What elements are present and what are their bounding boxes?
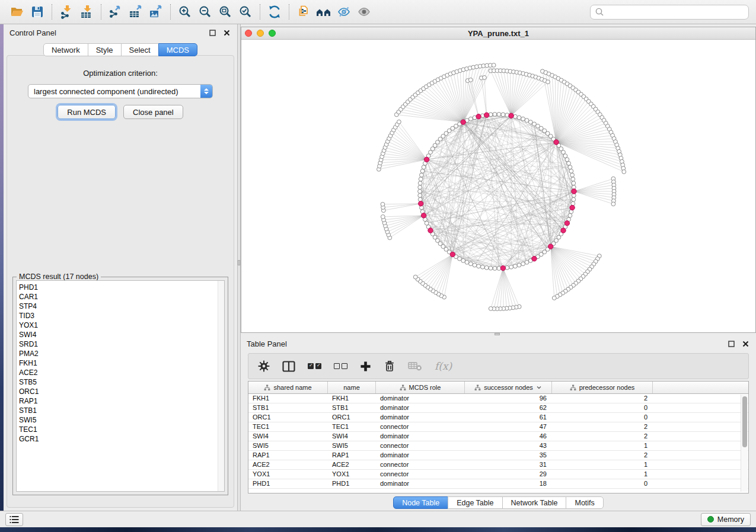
mcds-result-item[interactable]: TID3 <box>17 311 224 321</box>
table-cell[interactable]: 0 <box>552 479 653 488</box>
mcds-result-item[interactable]: GCR1 <box>17 434 224 444</box>
network-node[interactable] <box>525 118 529 123</box>
table-options-button[interactable] <box>258 360 270 372</box>
table-row[interactable]: ORC1ORC1dominator610 <box>248 413 748 422</box>
table-cell[interactable]: 0 <box>552 413 653 422</box>
network-node[interactable] <box>501 113 505 117</box>
table-scrollbar[interactable] <box>741 395 748 492</box>
table-cell[interactable]: ORC1 <box>328 413 376 422</box>
table-cell[interactable]: SWI5 <box>248 441 328 450</box>
table-cell[interactable]: SWI5 <box>328 441 376 450</box>
table-cell[interactable]: connector <box>376 460 465 469</box>
table-cell[interactable]: STB1 <box>248 403 328 412</box>
table-cell[interactable]: dominator <box>376 394 465 403</box>
table-cell[interactable]: SWI4 <box>328 432 376 441</box>
network-node[interactable] <box>477 264 481 268</box>
network-node[interactable] <box>465 260 469 264</box>
mcds-result-item[interactable]: SRD1 <box>17 339 224 349</box>
export-table-button[interactable] <box>126 2 146 21</box>
mcds-result-item[interactable]: RAP1 <box>17 396 224 406</box>
close-table-panel-button[interactable] <box>741 339 750 348</box>
column-header-successor-nodes[interactable]: successor nodes <box>465 382 552 393</box>
table-cell[interactable]: ACE2 <box>248 460 328 469</box>
network-node[interactable] <box>513 264 518 268</box>
table-row[interactable]: PHD1PHD1dominator180 <box>248 479 748 489</box>
table-row[interactable]: RAP1RAP1dominator352 <box>248 451 748 460</box>
network-node[interactable] <box>493 267 497 271</box>
network-node[interactable] <box>509 265 513 269</box>
mcds-node[interactable] <box>461 120 465 124</box>
table-cell[interactable]: 1 <box>552 441 653 450</box>
export-image-button[interactable] <box>146 2 166 21</box>
network-node[interactable] <box>570 173 575 177</box>
table-cell[interactable]: STB1 <box>328 403 376 412</box>
network-node[interactable] <box>420 173 424 177</box>
tab-mcds[interactable]: MCDS <box>158 43 197 56</box>
add-column-button[interactable] <box>360 361 371 372</box>
network-node[interactable] <box>413 275 417 279</box>
network-node[interactable] <box>461 259 465 263</box>
export-network-button[interactable] <box>106 2 126 21</box>
table-cell[interactable]: 2 <box>552 394 653 403</box>
network-node[interactable] <box>528 120 532 124</box>
network-node[interactable] <box>611 202 615 206</box>
network-node[interactable] <box>489 266 493 270</box>
table-row[interactable]: FKH1FKH1dominator962 <box>248 394 748 403</box>
mcds-result-item[interactable]: ACE2 <box>17 368 224 377</box>
clone-network-button[interactable] <box>294 2 314 21</box>
mcds-node[interactable] <box>564 221 569 226</box>
table-row[interactable]: STB1STB1dominator620 <box>248 403 748 413</box>
mcds-result-item[interactable]: TEC1 <box>17 425 224 434</box>
network-node[interactable] <box>492 63 496 68</box>
network-node[interactable] <box>483 76 487 80</box>
mcds-result-item[interactable]: SWI4 <box>17 330 224 339</box>
network-node[interactable] <box>552 296 556 300</box>
import-table-button[interactable] <box>76 2 97 21</box>
tab-style[interactable]: Style <box>88 43 122 56</box>
delete-column-button[interactable] <box>384 360 395 372</box>
table-cell[interactable]: 47 <box>465 422 552 431</box>
table-cell[interactable]: 0 <box>552 403 653 412</box>
network-node[interactable] <box>568 165 572 169</box>
mcds-node[interactable] <box>548 244 553 249</box>
table-cell[interactable]: ORC1 <box>248 413 328 422</box>
network-node[interactable] <box>572 181 576 185</box>
mcds-node[interactable] <box>484 113 489 117</box>
table-cell[interactable]: RAP1 <box>328 451 376 460</box>
table-cell[interactable]: 1 <box>552 470 653 479</box>
network-node[interactable] <box>567 161 571 165</box>
network-node[interactable] <box>418 194 422 198</box>
table-row[interactable]: SWI4SWI4dominator462 <box>248 432 748 441</box>
table-cell[interactable]: TEC1 <box>248 422 328 431</box>
network-node[interactable] <box>418 190 422 194</box>
column-header-predecessor-nodes[interactable]: predecessor nodes <box>552 382 653 393</box>
network-node[interactable] <box>517 263 521 267</box>
table-cell[interactable]: 18 <box>465 479 552 488</box>
tab-motifs[interactable]: Motifs <box>566 496 603 509</box>
network-node[interactable] <box>420 169 425 173</box>
table-row[interactable]: SWI5SWI5connector431 <box>248 441 748 451</box>
refresh-view-button[interactable] <box>264 2 285 21</box>
table-cell[interactable]: ACE2 <box>328 460 376 469</box>
network-node[interactable] <box>381 215 385 219</box>
table-cell[interactable]: SWI4 <box>248 432 328 441</box>
hide-selected-button[interactable] <box>334 2 354 21</box>
network-node[interactable] <box>571 177 575 181</box>
network-node[interactable] <box>525 260 529 264</box>
zoom-out-button[interactable] <box>195 2 215 21</box>
mcds-node[interactable] <box>570 205 575 210</box>
network-node[interactable] <box>521 262 525 266</box>
mcds-result-item[interactable]: SWI5 <box>17 415 224 425</box>
table-cell[interactable]: YOX1 <box>248 470 328 479</box>
table-cell[interactable]: YOX1 <box>328 470 376 479</box>
table-cell[interactable]: dominator <box>376 479 465 488</box>
optimization-criterion-select[interactable]: largest connected component (undirected) <box>28 84 213 98</box>
mcds-node[interactable] <box>476 114 481 119</box>
network-node[interactable] <box>481 265 485 269</box>
network-node[interactable] <box>425 221 429 225</box>
table-cell[interactable]: 1 <box>552 460 653 469</box>
network-node[interactable] <box>422 165 426 169</box>
zoom-fit-button[interactable] <box>215 2 235 21</box>
table-cell[interactable]: 96 <box>465 394 552 403</box>
tab-select[interactable]: Select <box>121 43 159 56</box>
